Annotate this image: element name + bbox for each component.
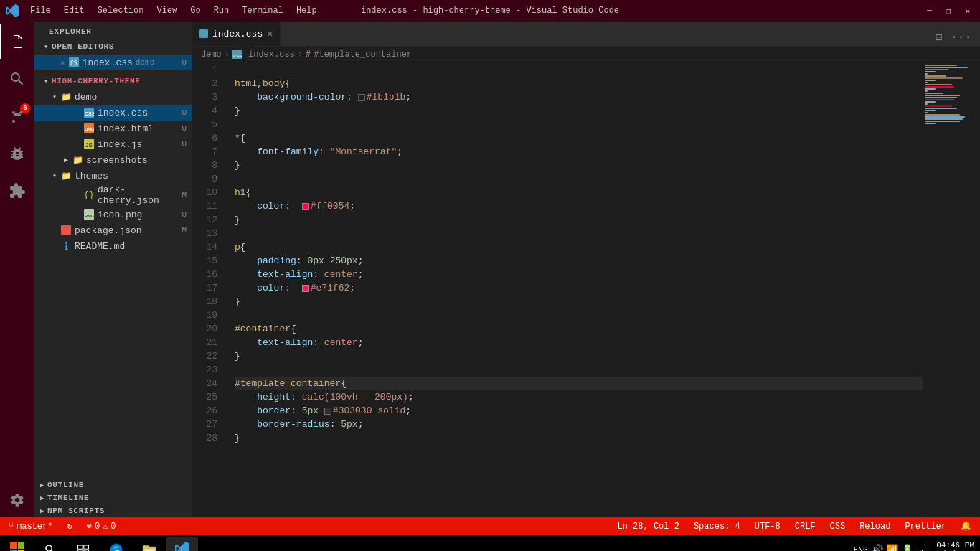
code-line-2: html,body{ [235,77,923,90]
notification-center-icon[interactable]: 🗨 [916,544,926,551]
open-editors-label: OPEN EDITORS [52,42,114,51]
breadcrumb-indexcss[interactable]: index.css [248,50,295,60]
file-dark-cherry-json-modified: M [182,191,187,199]
activity-search[interactable] [0,62,34,96]
volume-icon[interactable]: 🔊 [871,544,883,552]
window-title: index.css - high-cherry-theme - Visual S… [361,6,619,16]
file-icon-png[interactable]: PNG icon.png U [34,207,192,222]
outline-panel[interactable]: ▶ OUTLINE [34,479,192,491]
errors-item[interactable]: ⊗ 0 ⚠ 0 [84,521,119,532]
code-line-19 [235,309,923,322]
file-index-js[interactable]: JS index.js U [34,136,192,152]
language-item[interactable]: CSS [827,522,849,532]
open-editor-indexcss[interactable]: ✕ CS index.css demo U [34,55,192,70]
file-index-css[interactable]: CSS index.css U [34,105,192,121]
code-line-3: background-color: #1b1b1b; [235,90,923,104]
timeline-panel[interactable]: ▶ TIMELINE [34,491,192,504]
menu-edit[interactable]: Edit [58,4,90,17]
folder-screenshots[interactable]: ▶ 📁 screenshots [34,152,192,168]
breadcrumb-demo[interactable]: demo [201,50,222,60]
file-package-json-spacer [49,225,60,236]
file-index-css-modified: U [182,108,187,117]
reload-item[interactable]: Reload [857,522,893,532]
network-icon[interactable]: 📶 [886,544,898,552]
file-dark-cherry-json[interactable]: {} dark-cherry.json M [34,184,192,207]
menu-terminal[interactable]: Terminal [236,4,289,17]
cursor-position-item[interactable]: Ln 28, Col 2 [615,522,682,532]
folder-screenshots-icon: 📁 [72,154,83,166]
minimap-line [925,82,928,83]
folder-screenshots-chevron: ▶ [60,154,72,166]
activity-settings[interactable] [0,483,34,517]
tab-css-icon [199,29,208,38]
activity-extensions[interactable] [0,174,34,208]
explorer-icon [9,33,27,50]
menu-view[interactable]: View [151,4,183,17]
notifications-item[interactable]: 🔔 [958,521,974,532]
tab-index-css[interactable]: index.css ✕ [192,22,281,46]
menu-go[interactable]: Go [184,4,206,17]
folder-themes[interactable]: ▾ 📁 themes [34,168,192,184]
file-index-html-spacer [72,123,83,134]
file-index-css-spacer [72,107,83,118]
open-editors-header[interactable]: ▾ OPEN EDITORS [34,39,192,55]
npm-scripts-panel[interactable]: ▶ NPM SCRIPTS [34,504,192,517]
file-package-json-modified: M [182,226,187,235]
code-line-4: } [235,104,923,118]
taskbar-search[interactable] [34,537,66,551]
close-button[interactable]: ✕ [961,6,974,16]
window-controls: ─ ❐ ✕ [923,6,974,16]
menu-bar: File Edit Selection View Go Run Terminal… [24,4,323,17]
minimap [923,62,980,517]
menu-help[interactable]: Help [291,4,323,17]
folder-screenshots-label: screenshots [86,155,148,166]
code-line-1 [235,63,923,77]
breadcrumb-selector[interactable]: #template_container [314,50,412,60]
file-readme-md[interactable]: ℹ README.md [34,238,192,254]
activity-source-control[interactable]: 6 [0,99,34,133]
source-control-badge: 6 [20,103,30,113]
error-icon: ⊗ [87,521,92,532]
git-branch-item[interactable]: ⑂ master* [6,522,55,532]
minimize-button[interactable]: ─ [923,6,936,16]
taskbar-clock[interactable]: 04:46 PM 30/4/2020 [932,541,974,551]
taskbar-file-explorer[interactable] [133,537,165,551]
prettier-item[interactable]: Prettier [902,522,949,532]
file-index-html-modified: U [182,124,187,133]
menu-file[interactable]: File [24,4,57,17]
windows-start-button[interactable] [3,537,32,551]
folder-demo[interactable]: ▾ 📁 demo [34,89,192,105]
editor-content[interactable]: 12345 678910 1112131415 1617181920 21222… [192,62,980,517]
file-package-json[interactable]: package.json M [34,222,192,238]
svg-rect-22 [143,545,149,547]
activity-explorer[interactable] [0,24,34,59]
code-editor[interactable]: html,body{ background-color: #1b1b1b; } … [225,62,923,517]
line-ending-item[interactable]: CRLF [792,522,819,532]
taskbar-taskview[interactable] [67,537,99,551]
sync-item[interactable]: ↻ [64,521,75,532]
activity-debug[interactable] [0,136,34,171]
menu-selection[interactable]: Selection [92,4,150,17]
split-editor-icon[interactable]: ⊟ [933,29,946,46]
sidebar-bottom-panels: ▶ OUTLINE ▶ TIMELINE ▶ NPM SCRIPTS [34,479,192,517]
project-root-header[interactable]: ▾ HIGH-CHERRY-THEME [34,73,192,89]
menu-run[interactable]: Run [208,4,235,17]
more-actions-icon[interactable]: ··· [948,29,974,45]
minimap-line [925,65,957,66]
cursor-position: Ln 28, Col 2 [618,522,679,532]
spaces-item[interactable]: Spaces: 4 [691,522,743,532]
maximize-button[interactable]: ❐ [942,6,956,16]
encoding-item[interactable]: UTF-8 [752,522,783,532]
code-line-12: } [235,213,923,227]
taskbar-vscode[interactable] [166,537,198,551]
code-line-17: color: #e71f62; [235,281,923,295]
taskbar-edge[interactable] [100,537,132,551]
file-index-html[interactable]: HTML index.html U [34,121,192,136]
code-line-18: } [235,295,923,309]
close-tab-icon[interactable]: ✕ [60,58,65,67]
tab-close-icon[interactable]: ✕ [267,28,273,39]
breadcrumb-sep-1: › [225,50,230,60]
search-icon [9,70,26,88]
minimap-content [923,62,980,126]
battery-icon[interactable]: 🔋 [901,544,913,552]
